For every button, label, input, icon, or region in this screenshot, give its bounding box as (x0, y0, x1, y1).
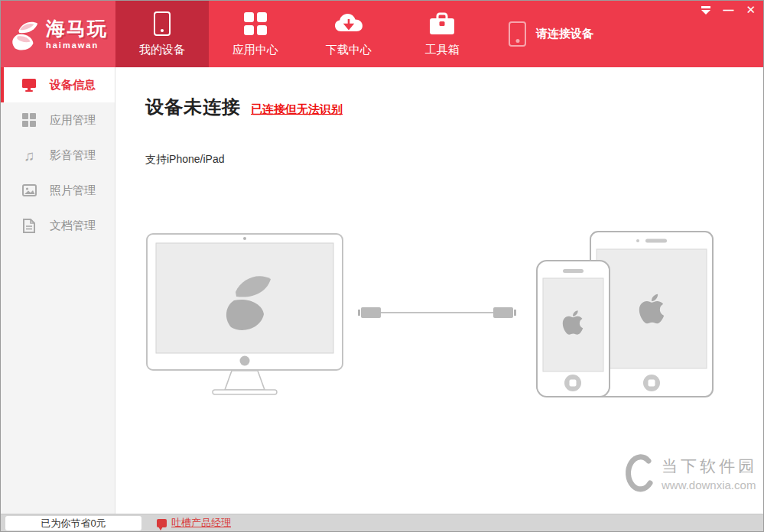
device-connect-status: 请连接设备 (509, 1, 593, 67)
iphone-outline (537, 261, 610, 397)
cloud-download-icon (334, 11, 363, 36)
close-button[interactable]: ✕ (746, 5, 756, 15)
watermark: 当下软件园 www.downxia.com (623, 452, 757, 495)
phone-outline-icon (509, 21, 526, 47)
page-title: 设备未连接 (145, 95, 241, 119)
support-text: 支持iPhone/iPad (145, 153, 764, 167)
phone-icon (154, 11, 171, 36)
computer-outline (147, 234, 343, 394)
app-grid-icon (244, 11, 267, 36)
window-controls: — ✕ (701, 5, 756, 15)
connect-status-label: 请连接设备 (536, 27, 593, 41)
header: 海马玩 haimawan 我的设备 应用中心 (1, 1, 763, 67)
status-bar: 已为你节省0元 吐槽产品经理 (1, 514, 763, 531)
connected-not-recognized-link[interactable]: 已连接但无法识别 (251, 102, 343, 117)
sidebar: 设备信息 应用管理 ♫ 影音管理 照片管理 (1, 67, 115, 515)
savings-badge: 已为你节省0元 (5, 516, 141, 530)
haimawan-shell-icon (8, 18, 41, 51)
menu-button[interactable] (701, 5, 710, 15)
logo-title: 海马玩 (46, 19, 108, 38)
photo-icon (21, 183, 37, 198)
connect-devices-illustration (145, 225, 717, 404)
watermark-url: www.downxia.com (662, 478, 757, 491)
tab-toolbox[interactable]: 工具箱 (395, 1, 489, 67)
feedback-link[interactable]: 吐槽产品经理 (171, 516, 231, 530)
apps-icon (21, 112, 37, 128)
sidebar-item-photo-manage[interactable]: 照片管理 (1, 173, 115, 208)
usb-cable (358, 307, 516, 318)
feedback-link-row[interactable]: 吐槽产品经理 (157, 516, 231, 530)
tab-my-device[interactable]: 我的设备 (115, 1, 209, 67)
main-nav: 我的设备 应用中心 下载中心 (115, 1, 489, 67)
main-content: 设备未连接 已连接但无法识别 支持iPhone/iPad (116, 67, 764, 515)
tab-app-center[interactable]: 应用中心 (209, 1, 302, 67)
minimize-button[interactable]: — (723, 5, 733, 15)
tab-download-center[interactable]: 下载中心 (302, 1, 395, 67)
sidebar-item-media-manage[interactable]: ♫ 影音管理 (1, 138, 115, 173)
skin-menu-icon (701, 6, 710, 15)
toolbox-icon (429, 11, 455, 36)
watermark-site: 当下软件园 (662, 456, 757, 477)
document-icon (21, 218, 37, 233)
sidebar-item-device-info[interactable]: 设备信息 (1, 67, 115, 102)
sidebar-item-doc-manage[interactable]: 文档管理 (1, 208, 115, 243)
music-icon: ♫ (21, 148, 37, 163)
logo-subtitle: haimawan (46, 41, 108, 50)
app-window: 海马玩 haimawan 我的设备 应用中心 (0, 0, 764, 532)
monitor-icon (21, 77, 37, 92)
app-logo: 海马玩 haimawan (1, 1, 115, 67)
speech-bubble-icon (157, 519, 167, 527)
sidebar-item-app-manage[interactable]: 应用管理 (1, 102, 115, 138)
downxia-logo-icon (623, 452, 655, 495)
